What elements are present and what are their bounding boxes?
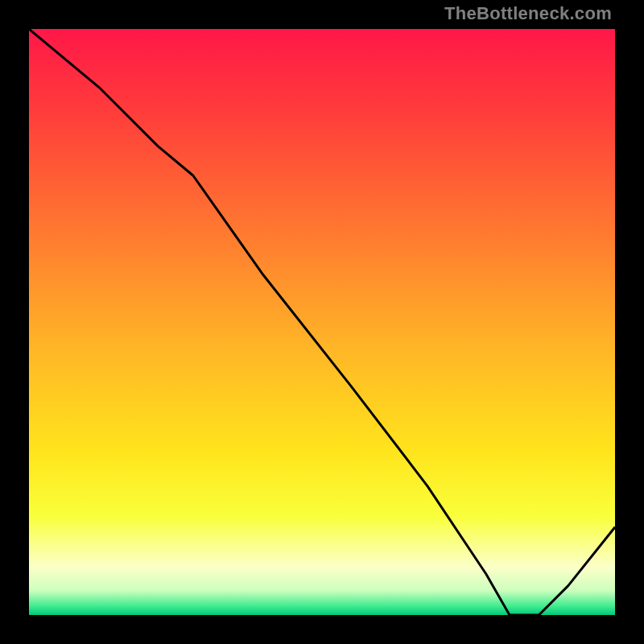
- plot-area: [29, 29, 615, 615]
- bottleneck-curve: [29, 29, 615, 615]
- chart-svg: [29, 29, 615, 615]
- chart-frame: TheBottleneck.com: [0, 0, 644, 644]
- gradient-background: [29, 29, 615, 615]
- attribution-text: TheBottleneck.com: [444, 5, 612, 23]
